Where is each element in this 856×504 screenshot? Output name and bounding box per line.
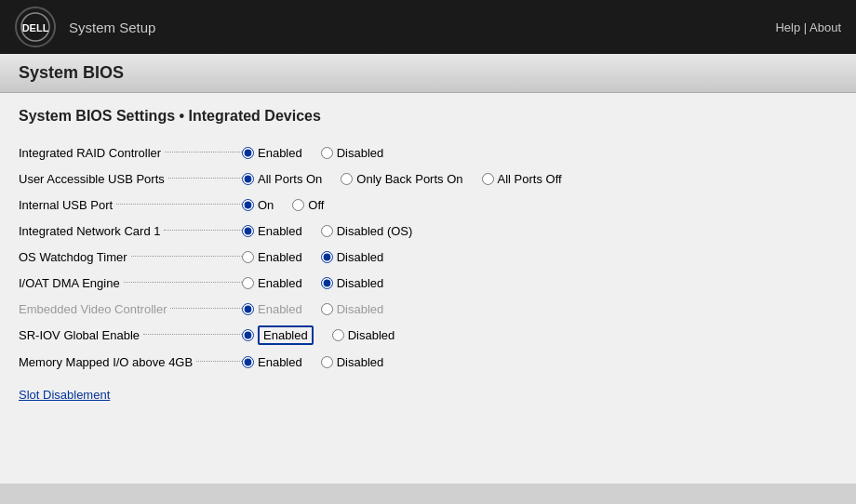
label-text-network-card: Integrated Network Card 1 xyxy=(19,224,160,238)
settings-row-network-card: Integrated Network Card 1EnabledDisabled… xyxy=(19,218,837,244)
options-watchdog: EnabledDisabled xyxy=(242,250,837,264)
option-label-memory-mapped-0: Enabled xyxy=(258,355,302,369)
radio-ioat-1[interactable] xyxy=(321,277,333,289)
radio-memory-mapped-0[interactable] xyxy=(242,356,254,368)
settings-label-sr-iov: SR-IOV Global Enable xyxy=(19,328,242,342)
radio-internal-usb-0[interactable] xyxy=(242,199,254,211)
option-label-internal-usb-0: On xyxy=(258,198,274,212)
settings-row-memory-mapped: Memory Mapped I/O above 4GBEnabledDisabl… xyxy=(19,349,837,375)
label-dots-network-card xyxy=(164,230,242,231)
dell-logo: DELL xyxy=(15,7,56,47)
option-label-watchdog-0: Enabled xyxy=(258,250,302,264)
label-text-internal-usb: Internal USB Port xyxy=(19,198,113,212)
settings-label-ioat: I/OAT DMA Engine xyxy=(19,276,242,290)
option-memory-mapped-0[interactable]: Enabled xyxy=(242,355,302,369)
option-ioat-0[interactable]: Enabled xyxy=(242,276,302,290)
radio-memory-mapped-1[interactable] xyxy=(321,356,333,368)
settings-label-network-card: Integrated Network Card 1 xyxy=(19,224,242,238)
option-internal-usb-0[interactable]: On xyxy=(242,198,274,212)
option-usb-ports-0[interactable]: All Ports On xyxy=(242,172,322,186)
option-label-usb-ports-1: Only Back Ports On xyxy=(356,172,462,186)
page-title: System BIOS Settings • Integrated Device… xyxy=(19,108,837,125)
option-network-card-1[interactable]: Disabled (OS) xyxy=(321,224,413,238)
option-network-card-0[interactable]: Enabled xyxy=(242,224,302,238)
options-internal-usb: OnOff xyxy=(242,198,837,212)
option-usb-ports-1[interactable]: Only Back Ports On xyxy=(341,172,462,186)
label-dots-video-controller xyxy=(170,308,242,309)
settings-label-memory-mapped: Memory Mapped I/O above 4GB xyxy=(19,355,242,369)
radio-usb-ports-2[interactable] xyxy=(482,173,494,185)
options-video-controller: EnabledDisabled xyxy=(242,302,837,316)
main-content: System BIOS Settings • Integrated Device… xyxy=(0,93,856,484)
option-label-sr-iov-1: Disabled xyxy=(348,328,395,342)
radio-sr-iov-1[interactable] xyxy=(332,329,344,341)
settings-label-watchdog: OS Watchdog Timer xyxy=(19,250,242,264)
header-links[interactable]: Help | About xyxy=(775,20,841,34)
option-raid-controller-0[interactable]: Enabled xyxy=(242,146,302,160)
settings-label-internal-usb: Internal USB Port xyxy=(19,198,242,212)
settings-label-usb-ports: User Accessible USB Ports xyxy=(19,172,242,186)
option-sr-iov-0[interactable]: Enabled xyxy=(242,325,314,345)
option-video-controller-1[interactable]: Disabled xyxy=(321,302,384,316)
bios-banner-title: System BIOS xyxy=(19,63,837,83)
option-label-watchdog-1: Disabled xyxy=(337,250,384,264)
label-dots-memory-mapped xyxy=(196,361,242,362)
label-text-usb-ports: User Accessible USB Ports xyxy=(19,172,165,186)
option-raid-controller-1[interactable]: Disabled xyxy=(321,146,384,160)
option-usb-ports-2[interactable]: All Ports Off xyxy=(482,172,562,186)
label-text-sr-iov: SR-IOV Global Enable xyxy=(19,328,140,342)
radio-watchdog-0[interactable] xyxy=(242,251,254,263)
radio-raid-controller-0[interactable] xyxy=(242,147,254,159)
label-text-ioat: I/OAT DMA Engine xyxy=(19,276,120,290)
settings-row-ioat: I/OAT DMA EngineEnabledDisabled xyxy=(19,270,837,296)
option-label-raid-controller-0: Enabled xyxy=(258,146,302,160)
option-label-sr-iov-0: Enabled xyxy=(258,325,314,345)
radio-video-controller-0[interactable] xyxy=(242,303,254,315)
radio-usb-ports-0[interactable] xyxy=(242,173,254,185)
option-ioat-1[interactable]: Disabled xyxy=(321,276,384,290)
settings-container: Integrated RAID ControllerEnabledDisable… xyxy=(19,139,837,375)
settings-label-raid-controller: Integrated RAID Controller xyxy=(19,146,242,160)
option-label-video-controller-1: Disabled xyxy=(337,302,384,316)
label-dots-usb-ports xyxy=(168,178,242,179)
radio-usb-ports-1[interactable] xyxy=(341,173,353,185)
option-label-ioat-1: Disabled xyxy=(337,276,384,290)
options-sr-iov: EnabledDisabled xyxy=(242,325,837,345)
slot-disablement-link[interactable]: Slot Disablement xyxy=(19,375,837,402)
option-video-controller-0[interactable]: Enabled xyxy=(242,302,302,316)
label-dots-sr-iov xyxy=(143,334,242,335)
label-dots-ioat xyxy=(124,282,242,283)
radio-network-card-1[interactable] xyxy=(321,225,333,237)
radio-sr-iov-0[interactable] xyxy=(242,329,254,341)
options-ioat: EnabledDisabled xyxy=(242,276,837,290)
settings-row-video-controller: Embedded Video ControllerEnabledDisabled xyxy=(19,296,837,322)
radio-watchdog-1[interactable] xyxy=(321,251,333,263)
label-text-video-controller: Embedded Video Controller xyxy=(19,302,167,316)
option-sr-iov-1[interactable]: Disabled xyxy=(332,328,395,342)
radio-network-card-0[interactable] xyxy=(242,225,254,237)
radio-video-controller-1[interactable] xyxy=(321,303,333,315)
option-label-network-card-1: Disabled (OS) xyxy=(337,224,413,238)
settings-row-usb-ports: User Accessible USB PortsAll Ports OnOnl… xyxy=(19,166,837,192)
options-memory-mapped: EnabledDisabled xyxy=(242,355,837,369)
label-text-watchdog: OS Watchdog Timer xyxy=(19,250,127,264)
option-label-usb-ports-2: All Ports Off xyxy=(498,172,562,186)
settings-row-internal-usb: Internal USB PortOnOff xyxy=(19,192,837,218)
option-label-network-card-0: Enabled xyxy=(258,224,302,238)
slot-link[interactable]: Slot Disablement xyxy=(19,388,110,402)
settings-row-sr-iov: SR-IOV Global EnableEnabledDisabled xyxy=(19,322,837,349)
option-internal-usb-1[interactable]: Off xyxy=(292,198,324,212)
settings-row-watchdog: OS Watchdog TimerEnabledDisabled xyxy=(19,244,837,270)
option-watchdog-1[interactable]: Disabled xyxy=(321,250,384,264)
svg-text:DELL: DELL xyxy=(22,22,49,33)
option-label-ioat-0: Enabled xyxy=(258,276,302,290)
option-watchdog-0[interactable]: Enabled xyxy=(242,250,302,264)
options-network-card: EnabledDisabled (OS) xyxy=(242,224,837,238)
radio-ioat-0[interactable] xyxy=(242,277,254,289)
option-label-usb-ports-0: All Ports On xyxy=(258,172,322,186)
label-dots-watchdog xyxy=(131,256,242,257)
settings-label-video-controller: Embedded Video Controller xyxy=(19,302,242,316)
radio-raid-controller-1[interactable] xyxy=(321,147,333,159)
option-memory-mapped-1[interactable]: Disabled xyxy=(321,355,384,369)
radio-internal-usb-1[interactable] xyxy=(292,199,304,211)
